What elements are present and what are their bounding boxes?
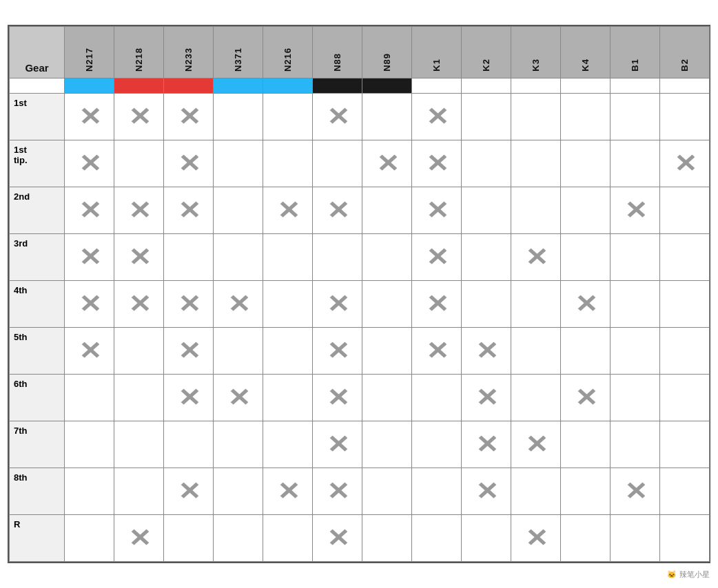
data-cell-r7-c12 [660,421,710,468]
color-bar-cell-11 [611,78,660,94]
data-cell-r8-c3 [214,468,263,515]
table-row-9: R [10,515,710,562]
header-label-k4: K4 [580,59,591,72]
data-cell-r4-c4 [263,281,313,328]
data-cell-r2-c3 [214,187,263,234]
color-bar-cell-12 [660,78,710,94]
data-cell-r5-c9 [511,328,561,375]
data-cell-r0-c8 [462,94,511,140]
header-label-k2: K2 [481,59,491,72]
data-cell-r0-c5 [313,94,362,140]
color-bar-cell-6 [362,78,412,94]
x-mark-r2-c2 [177,198,200,223]
header-cell-b1: B1 [611,27,660,78]
data-cell-r6-c6 [362,375,412,421]
color-bar-cell-8 [462,78,511,94]
data-cell-r1-c8 [462,140,511,187]
row-label-8: 8th [10,468,65,515]
data-cell-r7-c4 [263,421,313,468]
x-mark-r5-c2 [177,339,200,364]
data-cell-r4-c1 [114,281,164,328]
table-row-5: 5th [10,328,710,375]
data-cell-r1-c6 [362,140,412,187]
table-row-4: 4th [10,281,710,328]
data-cell-r4-c10 [561,281,611,328]
table-row-6: 6th [10,375,710,421]
data-cell-r0-c1 [114,94,164,140]
header-cell-n233: N233 [164,27,214,78]
color-bar-cell-4 [263,78,313,94]
header-cell-k4: K4 [561,27,611,78]
data-cell-r7-c5 [313,421,362,468]
x-mark-r9-c5 [326,526,349,551]
data-cell-r9-c7 [412,515,462,562]
data-cell-r4-c6 [362,281,412,328]
color-bar-cell-3 [214,78,263,94]
data-cell-r7-c10 [561,421,611,468]
data-cell-r0-c7 [412,94,462,140]
data-cell-r8-c7 [412,468,462,515]
data-cell-r8-c8 [462,468,511,515]
data-cell-r9-c2 [164,515,214,562]
data-cell-r6-c11 [611,375,660,421]
data-cell-r9-c12 [660,515,710,562]
header-label-n371: N371 [233,48,243,72]
x-mark-r2-c7 [425,198,448,223]
data-cell-r1-c12 [660,140,710,187]
header-label-n233: N233 [183,48,194,72]
color-bar-cell-10 [561,78,611,94]
row-label-3: 3rd [10,234,65,281]
data-cell-r7-c11 [611,421,660,468]
color-bar-cell-1 [114,78,164,94]
header-label-n218: N218 [134,48,144,72]
data-cell-r6-c7 [412,375,462,421]
x-mark-r4-c7 [425,292,448,317]
data-cell-r2-c12 [660,187,710,234]
x-mark-r1-c7 [425,151,448,176]
color-bar-cell-7 [412,78,462,94]
data-cell-r2-c5 [313,187,362,234]
color-bar-cell-5 [313,78,362,94]
data-cell-r5-c8 [462,328,511,375]
data-cell-r5-c10 [561,328,611,375]
data-cell-r8-c10 [561,468,611,515]
header-label-b2: B2 [679,59,690,72]
data-cell-r8-c9 [511,468,561,515]
header-label-n88: N88 [332,53,342,72]
data-cell-r7-c3 [214,421,263,468]
x-mark-r4-c10 [574,292,597,317]
header-label-n216: N216 [283,48,293,72]
data-cell-r6-c2 [164,375,214,421]
x-mark-r5-c5 [326,339,349,364]
data-cell-r3-c7 [412,234,462,281]
data-cell-r4-c11 [611,281,660,328]
x-mark-r1-c2 [177,151,200,176]
header-cell-n89: N89 [362,27,412,78]
x-mark-r2-c5 [326,198,349,223]
data-cell-r2-c2 [164,187,214,234]
header-cell-n371: N371 [214,27,263,78]
data-cell-r7-c8 [462,421,511,468]
row-label-9: R [10,515,65,562]
data-cell-r9-c5 [313,515,362,562]
data-cell-r1-c10 [561,140,611,187]
data-cell-r7-c0 [65,421,114,468]
data-cell-r0-c6 [362,94,412,140]
table-row-8: 8th [10,468,710,515]
table-row-7: 7th [10,421,710,468]
data-cell-r5-c5 [313,328,362,375]
x-mark-r9-c1 [127,526,150,551]
data-cell-r2-c9 [511,187,561,234]
x-mark-r2-c0 [78,198,101,223]
x-mark-r8-c11 [624,479,646,504]
data-cell-r8-c12 [660,468,710,515]
data-cell-r3-c9 [511,234,561,281]
header-cell-n217: N217 [65,27,114,78]
header-label-n89: N89 [382,53,392,72]
data-cell-r1-c3 [214,140,263,187]
x-mark-r6-c2 [177,386,200,410]
data-cell-r4-c12 [660,281,710,328]
data-cell-r6-c5 [313,375,362,421]
data-cell-r2-c11 [611,187,660,234]
x-mark-r2-c11 [624,198,646,223]
